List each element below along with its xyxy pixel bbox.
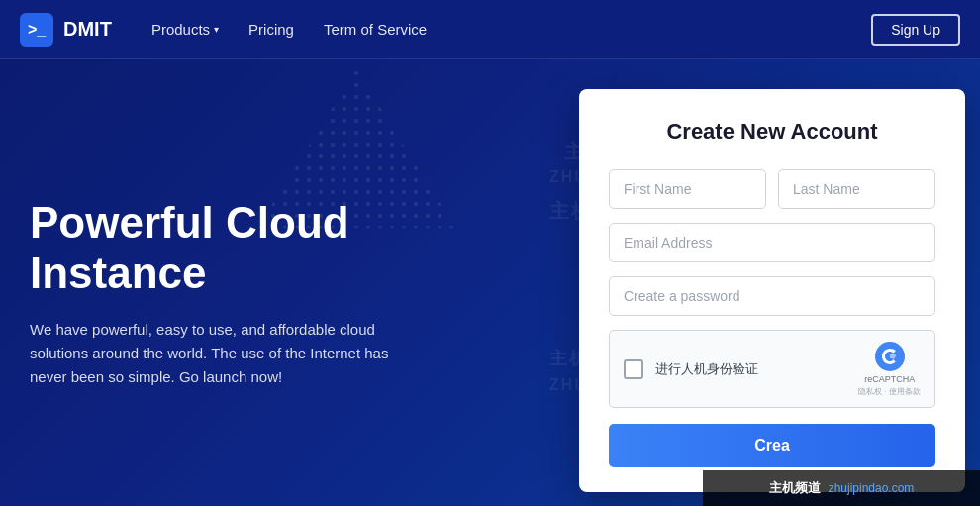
recaptcha-logo-icon xyxy=(874,341,906,372)
bottom-watermark-bar: 主机频道 zhujipindao.com xyxy=(703,470,980,506)
nav-products[interactable]: Products ▾ xyxy=(151,21,219,38)
nav-tos[interactable]: Term of Service xyxy=(324,21,427,38)
email-input[interactable] xyxy=(609,223,935,262)
signup-button[interactable]: Sign Up xyxy=(871,14,960,46)
last-name-input[interactable] xyxy=(778,169,935,209)
create-account-button[interactable]: Crea xyxy=(609,424,935,467)
bottom-watermark-text: 主机频道 xyxy=(769,479,821,497)
products-chevron-icon: ▾ xyxy=(214,24,219,35)
pricing-label: Pricing xyxy=(248,21,294,38)
recaptcha-label: 进行人机身份验证 xyxy=(655,360,758,378)
hero-description: We have powerful, easy to use, and affor… xyxy=(30,318,406,389)
bottom-watermark-site: zhujipindao.com xyxy=(829,481,915,495)
recaptcha-left: 进行人机身份验证 xyxy=(624,359,758,379)
logo-area[interactable]: >_ DMIT xyxy=(20,13,112,47)
form-title: Create New Account xyxy=(609,119,935,145)
recaptcha-brand-text: reCAPTCHA xyxy=(864,374,915,384)
products-label: Products xyxy=(151,21,210,38)
navbar: >_ DMIT Products ▾ Pricing Term of Servi… xyxy=(0,0,980,59)
first-name-input[interactable] xyxy=(609,169,766,209)
nav-links: Products ▾ Pricing Term of Service xyxy=(151,21,871,38)
hero-title: Powerful Cloud Instance xyxy=(30,198,525,298)
logo-text: DMIT xyxy=(63,18,112,41)
tos-label: Term of Service xyxy=(324,21,427,38)
recaptcha-widget[interactable]: 进行人机身份验证 reCAPTCHA 隐私权 · 使用条款 xyxy=(609,330,935,408)
recaptcha-links-text: 隐私权 · 使用条款 xyxy=(858,386,921,397)
name-row xyxy=(609,169,935,209)
recaptcha-checkbox[interactable] xyxy=(624,359,643,379)
signup-form-panel: Create New Account 进行人机身份验证 reCAPTCHA 隐私… xyxy=(579,89,965,492)
hero-section: Powerful Cloud Instance We have powerful… xyxy=(30,198,525,389)
recaptcha-right: reCAPTCHA 隐私权 · 使用条款 xyxy=(858,341,921,397)
password-input[interactable] xyxy=(609,276,935,316)
nav-pricing[interactable]: Pricing xyxy=(248,21,294,38)
logo-icon: >_ xyxy=(20,13,53,47)
